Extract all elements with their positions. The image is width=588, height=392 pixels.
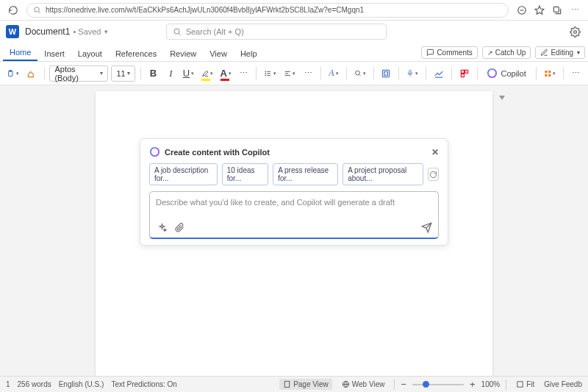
- zoom-out-button[interactable]: −: [401, 379, 406, 390]
- font-family-select[interactable]: Aptos (Body)▾: [49, 65, 108, 82]
- svg-point-33: [151, 148, 159, 156]
- svg-rect-26: [465, 70, 467, 73]
- svg-rect-30: [548, 71, 551, 73]
- highlight-button[interactable]: [199, 65, 216, 82]
- ruler-indicator-icon: [498, 95, 506, 102]
- svg-point-14: [265, 75, 266, 76]
- copilot-suggestion-chip[interactable]: 10 ideas for...: [222, 163, 268, 185]
- copilot-panel-title: Create content with Copilot: [165, 148, 270, 157]
- bullets-button[interactable]: [262, 65, 279, 82]
- format-painter-button[interactable]: [24, 65, 39, 82]
- copilot-suggestion-chip[interactable]: A press release for...: [273, 163, 338, 185]
- copilot-suggestion-chip[interactable]: A project proposal about...: [343, 163, 423, 185]
- paste-button[interactable]: [4, 65, 21, 82]
- refresh-suggestions-button[interactable]: [428, 168, 439, 181]
- svg-rect-32: [548, 74, 551, 76]
- svg-marker-3: [535, 6, 544, 14]
- align-button[interactable]: [282, 65, 298, 82]
- dictate-button[interactable]: [404, 65, 420, 82]
- ribbon-toolbar: Aptos (Body)▾ 11▾ B I U A ⋯ ⋯ A Copilot …: [0, 62, 588, 85]
- svg-point-10: [265, 71, 266, 71]
- text-predictions-status[interactable]: Text Predictions: On: [111, 380, 176, 388]
- attachment-icon[interactable]: [173, 221, 185, 233]
- tab-review[interactable]: Review: [163, 46, 203, 61]
- chevron-down-icon[interactable]: ▾: [104, 28, 108, 35]
- svg-rect-25: [461, 70, 464, 73]
- copilot-prompt-placeholder: Describe what you'd like to create, and …: [156, 198, 432, 211]
- copilot-suggestion-chip[interactable]: A job description for...: [149, 163, 218, 185]
- svg-line-1: [39, 12, 40, 13]
- document-page[interactable]: Create content with Copilot ✕ A job desc…: [96, 91, 492, 376]
- status-bar: 1 256 words English (U.S.) Text Predicti…: [0, 376, 588, 392]
- favorite-icon[interactable]: [533, 4, 546, 17]
- page-number[interactable]: 1: [6, 380, 10, 388]
- copilot-button[interactable]: Copilot: [482, 68, 530, 79]
- feedback-button[interactable]: Give Feedb: [544, 380, 582, 388]
- designer-button[interactable]: [379, 65, 393, 82]
- zoom-slider[interactable]: [412, 384, 464, 385]
- tab-home[interactable]: Home: [3, 45, 37, 61]
- svg-rect-22: [384, 71, 388, 75]
- search-icon: [33, 6, 41, 14]
- svg-rect-29: [545, 71, 547, 73]
- collections-icon[interactable]: [551, 4, 564, 17]
- page-view-button[interactable]: Page View: [279, 379, 332, 390]
- tab-references[interactable]: References: [109, 46, 163, 61]
- tab-insert[interactable]: Insert: [37, 46, 71, 61]
- send-icon[interactable]: [420, 221, 432, 233]
- app-title-bar: W Document1 • Saved ▾ Search (Alt + Q): [0, 21, 588, 43]
- web-view-button[interactable]: Web View: [338, 379, 389, 390]
- svg-point-0: [35, 7, 39, 12]
- search-box[interactable]: Search (Alt + Q): [166, 24, 387, 40]
- word-app-icon[interactable]: W: [6, 25, 19, 38]
- svg-rect-27: [461, 74, 464, 76]
- read-aloud-icon[interactable]: [515, 4, 528, 17]
- svg-point-12: [265, 73, 266, 74]
- find-button[interactable]: [352, 65, 368, 82]
- overflow-button[interactable]: ⋯: [569, 65, 584, 82]
- italic-button[interactable]: I: [164, 65, 179, 82]
- tab-layout[interactable]: Layout: [71, 46, 109, 61]
- font-color-button[interactable]: A: [218, 65, 233, 82]
- svg-rect-23: [409, 70, 411, 74]
- addins-button[interactable]: [457, 65, 472, 82]
- document-name[interactable]: Document1: [25, 26, 70, 37]
- bold-button[interactable]: B: [146, 65, 161, 82]
- editing-mode-button[interactable]: Editing▾: [535, 46, 585, 59]
- settings-icon[interactable]: [569, 25, 582, 38]
- catchup-button[interactable]: ↗Catch Up: [482, 46, 531, 59]
- tab-view[interactable]: View: [203, 46, 234, 61]
- url-text: https://onedrive.live.com/w/t/EaCKkPs6Ac…: [46, 6, 364, 14]
- ribbon-tabs: Home Insert Layout References Review Vie…: [0, 43, 588, 62]
- more-para-button[interactable]: ⋯: [301, 65, 315, 82]
- fit-button[interactable]: Fit: [512, 379, 538, 390]
- comments-button[interactable]: Comments: [421, 46, 477, 59]
- sparkle-icon[interactable]: [156, 221, 168, 233]
- svg-rect-37: [517, 382, 523, 387]
- tab-help[interactable]: Help: [234, 46, 264, 61]
- language-status[interactable]: English (U.S.): [59, 380, 104, 388]
- svg-point-7: [574, 30, 577, 33]
- word-count[interactable]: 256 words: [18, 380, 51, 388]
- styles-button[interactable]: A: [326, 65, 341, 82]
- zoom-level[interactable]: 100%: [481, 380, 501, 388]
- svg-rect-35: [284, 381, 289, 387]
- more-icon[interactable]: ⋯: [568, 4, 581, 17]
- font-size-select[interactable]: 11▾: [111, 65, 135, 82]
- close-icon[interactable]: ✕: [431, 147, 439, 157]
- svg-line-6: [179, 33, 180, 35]
- svg-rect-4: [553, 7, 559, 12]
- zoom-in-button[interactable]: +: [470, 379, 476, 390]
- svg-rect-31: [545, 74, 547, 76]
- copilot-prompt-input[interactable]: Describe what you'd like to create, and …: [149, 191, 439, 239]
- svg-rect-21: [383, 70, 390, 76]
- copilot-icon: [149, 146, 160, 157]
- browser-toolbar: https://onedrive.live.com/w/t/EaCKkPs6Ac…: [0, 0, 588, 21]
- more-font-button[interactable]: ⋯: [236, 65, 251, 82]
- grid-button[interactable]: [542, 65, 559, 82]
- refresh-icon[interactable]: [7, 4, 20, 17]
- svg-line-20: [359, 74, 361, 76]
- underline-button[interactable]: U: [182, 65, 196, 82]
- address-bar[interactable]: https://onedrive.live.com/w/t/EaCKkPs6Ac…: [26, 3, 509, 18]
- editor-button[interactable]: [431, 65, 446, 82]
